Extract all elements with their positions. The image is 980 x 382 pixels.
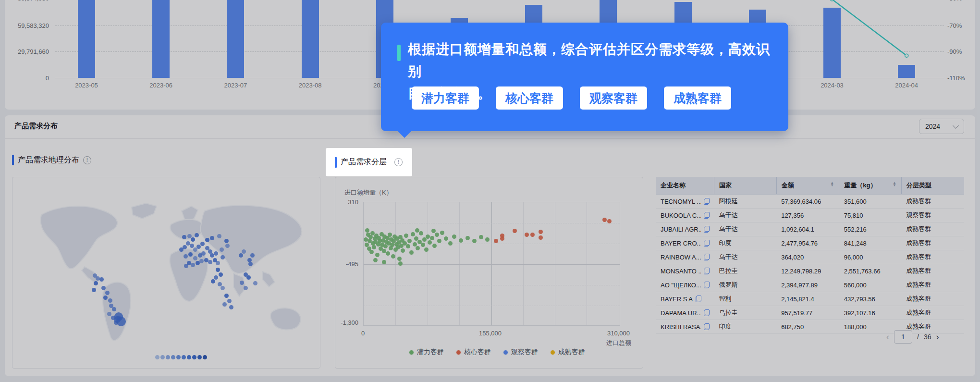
tour-button-潜力客群[interactable]: 潜力客群 [412, 86, 479, 110]
info-icon[interactable]: ! [394, 158, 403, 166]
tour-highlight-box: 产品需求分层 ! [326, 148, 412, 176]
tour-button-核心客群[interactable]: 核心客群 [496, 86, 563, 110]
accent-bar [335, 157, 337, 168]
tour-button-成熟客群[interactable]: 成熟客群 [664, 86, 731, 110]
dashboard-page: 89,374,98059,583,32029,791,6600 -50%-70%… [0, 0, 980, 382]
tour-button-观察客群[interactable]: 观察客群 [580, 86, 647, 110]
tour-tooltip: 根据进口额增量和总额，综合评估并区分需求等级，高效识别目标客户群。 潜力客群核心… [381, 23, 788, 131]
scatter-panel-title-text: 产品需求分层 [341, 157, 387, 167]
tooltip-accent-bar [397, 45, 401, 61]
tooltip-arrow [398, 131, 411, 138]
